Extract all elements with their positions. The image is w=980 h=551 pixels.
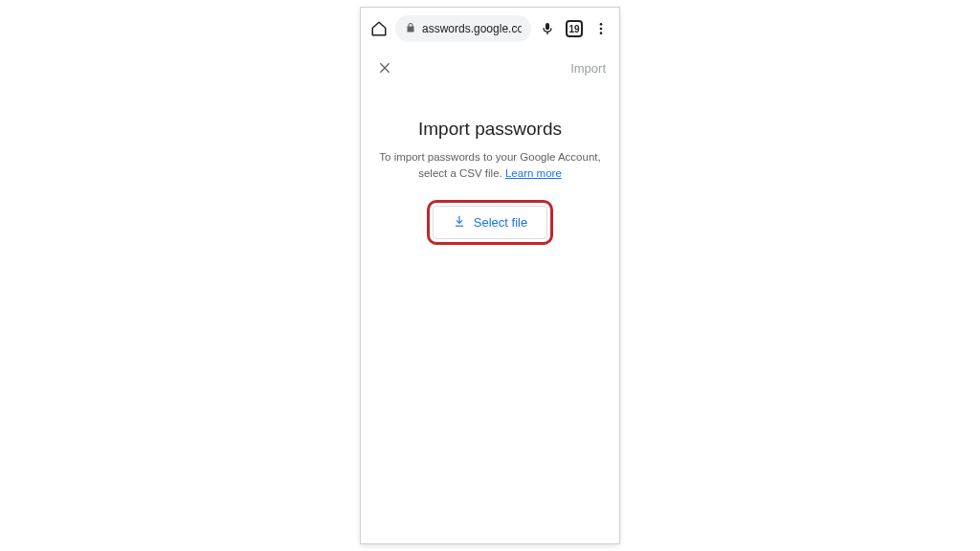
tabs-button[interactable]: 19 bbox=[564, 18, 585, 39]
lock-icon bbox=[405, 20, 416, 37]
home-icon[interactable] bbox=[368, 18, 390, 39]
mic-icon[interactable] bbox=[537, 18, 558, 39]
main-content: Import passwords To import passwords to … bbox=[361, 84, 619, 245]
svg-point-0 bbox=[600, 23, 603, 26]
select-file-button[interactable]: Select file bbox=[433, 206, 547, 239]
tab-count-badge: 19 bbox=[566, 20, 583, 37]
import-action[interactable]: Import bbox=[570, 61, 606, 76]
description-prefix: To import passwords to your Google Accou… bbox=[379, 151, 600, 179]
close-icon[interactable] bbox=[374, 57, 395, 78]
url-bar[interactable]: asswords.google.com bbox=[395, 15, 531, 42]
select-file-label: Select file bbox=[474, 215, 527, 230]
svg-point-2 bbox=[600, 32, 603, 34]
url-text: asswords.google.com bbox=[422, 22, 522, 35]
download-icon bbox=[453, 214, 466, 231]
page-header: Import bbox=[361, 48, 619, 84]
page-title: Import passwords bbox=[378, 119, 602, 140]
learn-more-link[interactable]: Learn more bbox=[505, 167, 562, 179]
highlight-box: Select file bbox=[427, 200, 553, 245]
mobile-screenshot: asswords.google.com 19 Import Import pas… bbox=[361, 8, 619, 543]
overflow-menu-icon[interactable] bbox=[590, 18, 612, 39]
browser-toolbar: asswords.google.com 19 bbox=[361, 8, 619, 48]
svg-point-1 bbox=[600, 28, 603, 31]
description-text: To import passwords to your Google Accou… bbox=[378, 149, 602, 183]
